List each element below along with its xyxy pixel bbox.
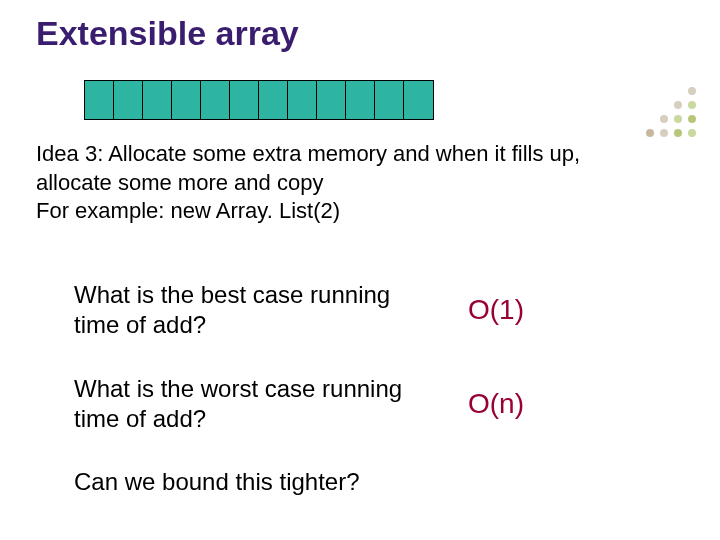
- array-cell: [85, 81, 114, 119]
- question-1-text: What is the best case running time of ad…: [74, 280, 444, 340]
- array-cell: [375, 81, 404, 119]
- array-cell: [259, 81, 288, 119]
- idea-line-3: For example: new Array. List(2): [36, 197, 656, 226]
- svg-point-4: [660, 115, 668, 123]
- q1-line2: time of add?: [74, 311, 206, 338]
- q1-line1: What is the best case running: [74, 281, 390, 308]
- idea-text: Idea 3: Allocate some extra memory and w…: [36, 140, 656, 226]
- array-cell: [317, 81, 346, 119]
- q2-line2: time of add?: [74, 405, 206, 432]
- svg-point-9: [688, 87, 696, 95]
- question-row-1: What is the best case running time of ad…: [74, 280, 634, 340]
- svg-point-0: [646, 129, 654, 137]
- decorative-dots-icon: [640, 78, 710, 148]
- answer-2: O(n): [468, 388, 524, 420]
- array-cell: [143, 81, 172, 119]
- svg-point-3: [688, 129, 696, 137]
- array-cell: [114, 81, 143, 119]
- answer-1: O(1): [468, 294, 524, 326]
- question-row-2: What is the worst case running time of a…: [74, 374, 634, 434]
- svg-point-1: [660, 129, 668, 137]
- array-cell: [404, 81, 433, 119]
- array-cell: [288, 81, 317, 119]
- svg-point-2: [674, 129, 682, 137]
- array-cell: [201, 81, 230, 119]
- question-3-text: Can we bound this tighter?: [74, 468, 634, 496]
- array-cell: [230, 81, 259, 119]
- array-diagram: [84, 80, 434, 120]
- svg-point-8: [688, 101, 696, 109]
- array-cell: [172, 81, 201, 119]
- question-2-text: What is the worst case running time of a…: [74, 374, 444, 434]
- q2-line1: What is the worst case running: [74, 375, 402, 402]
- slide: Extensible array Idea 3: Allocate some e…: [0, 0, 720, 540]
- idea-line-2: allocate some more and copy: [36, 169, 656, 198]
- svg-point-7: [674, 101, 682, 109]
- svg-point-5: [674, 115, 682, 123]
- questions-block: What is the best case running time of ad…: [74, 280, 634, 496]
- array-cell: [346, 81, 375, 119]
- svg-point-6: [688, 115, 696, 123]
- slide-title: Extensible array: [36, 14, 299, 53]
- idea-line-1: Idea 3: Allocate some extra memory and w…: [36, 140, 656, 169]
